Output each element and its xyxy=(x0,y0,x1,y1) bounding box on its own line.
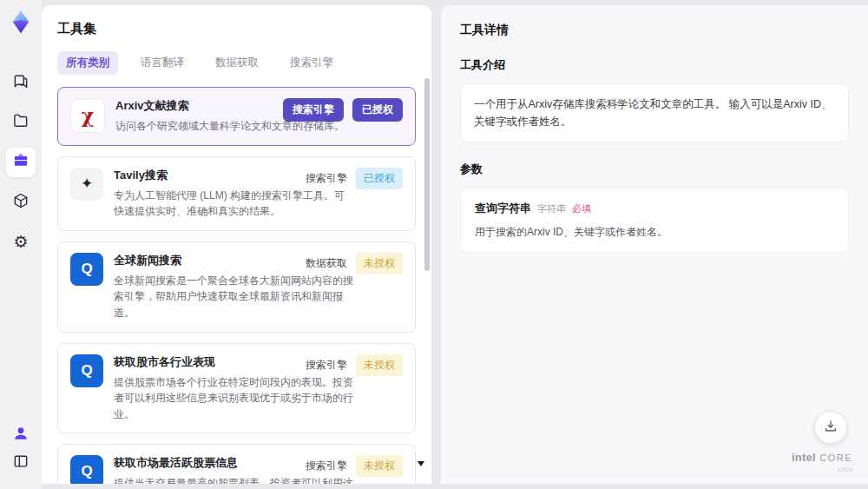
param-type: 字符串 xyxy=(537,202,566,215)
auth-status-badge: 已授权 xyxy=(352,98,403,122)
tavily-icon: ✦ xyxy=(70,168,103,201)
tool-badges: 搜索引擎未授权 xyxy=(306,354,403,376)
tool-badges: 搜索引擎未授权 xyxy=(306,455,403,477)
details-panel: 工具详情 工具介绍 一个用于从Arxiv存储库搜索科学论文和文章的工具。 输入可… xyxy=(441,5,868,484)
sidebar: ⚙ xyxy=(0,0,42,489)
brand-secondary: CORE xyxy=(819,453,852,463)
category-tab-2[interactable]: 数据获取 xyxy=(207,51,267,75)
sidebar-nav: ⚙ xyxy=(6,68,36,257)
auth-status-badge: 未授权 xyxy=(356,253,403,274)
arxiv-icon: χ xyxy=(70,98,105,133)
scrollbar-thumb[interactable] xyxy=(424,78,430,271)
sidebar-bottom xyxy=(9,423,33,489)
category-tab-0[interactable]: 所有类别 xyxy=(57,51,118,75)
tool-description: 提供股票市场各个行业在特定时间段内的表现。投资者可以利用这些信息来识别表现优于或… xyxy=(114,374,353,423)
tool-badges: 搜索引擎已授权 xyxy=(283,98,403,122)
scrollbar[interactable] xyxy=(424,78,430,478)
tool-badges: 搜索引擎已授权 xyxy=(306,168,403,189)
sidebar-item-collapse[interactable] xyxy=(9,451,33,475)
sidebar-item-files[interactable] xyxy=(6,108,36,137)
tool-card-list: χArxiv文献搜索访问各个研究领域大量科学论文和文章的存储库。搜索引擎已授权✦… xyxy=(57,87,416,484)
tool-description: 专为人工智能代理 (LLM) 构建的搜索引擎工具。可快速提供实时、准确和真实的结… xyxy=(114,188,353,220)
param-head: 查询字符串字符串必填 xyxy=(475,201,834,216)
tool-badges: 数据获取未授权 xyxy=(306,253,403,274)
category-badge: 搜索引擎 xyxy=(306,171,347,186)
category-tab-1[interactable]: 语言翻译 xyxy=(132,51,193,75)
sidebar-item-tools[interactable] xyxy=(6,148,36,177)
brand-primary: intel xyxy=(792,451,816,464)
params-heading: 参数 xyxy=(460,162,849,177)
sidebar-item-chat[interactable] xyxy=(6,68,36,97)
category-badge: 搜索引擎 xyxy=(306,358,347,373)
tool-card[interactable]: Q全球新闻搜索全球新闻搜索是一个聚合全球各大新闻网站内容的搜索引擎，帮助用户快速… xyxy=(57,241,416,333)
intro-heading: 工具介绍 xyxy=(460,57,849,73)
sidebar-item-settings[interactable]: ⚙ xyxy=(6,228,36,257)
param-item: 查询字符串字符串必填用于搜索的Arxiv ID、关键字或作者姓名。 xyxy=(475,201,834,240)
details-panel-title: 工具详情 xyxy=(460,23,849,38)
qblue-icon: Q xyxy=(70,354,103,387)
folder-icon xyxy=(12,112,30,133)
download-icon xyxy=(823,419,838,437)
sidebar-item-models[interactable] xyxy=(6,188,36,217)
panel-icon xyxy=(12,453,30,473)
category-badge: 搜索引擎 xyxy=(306,459,347,473)
param-required-badge: 必填 xyxy=(572,202,591,215)
sidebar-item-profile[interactable] xyxy=(9,423,33,447)
auth-status-badge: 未授权 xyxy=(356,354,403,376)
intel-core-logo: intel CORE Ultra xyxy=(792,449,852,473)
category-badge: 数据获取 xyxy=(306,256,347,271)
params-card: 查询字符串字符串必填用于搜索的Arxiv ID、关键字或作者姓名。 xyxy=(460,188,849,253)
content-area: 工具集 所有类别语言翻译数据获取搜索引擎 χArxiv文献搜索访问各个研究领域大… xyxy=(42,0,868,484)
tool-card[interactable]: χArxiv文献搜索访问各个研究领域大量科学论文和文章的存储库。搜索引擎已授权 xyxy=(57,87,416,146)
briefcase-icon xyxy=(12,152,30,173)
param-name: 查询字符串 xyxy=(475,201,531,216)
category-tabs: 所有类别语言翻译数据获取搜索引擎 xyxy=(57,51,416,75)
brand-sub: Ultra xyxy=(792,466,852,473)
tool-card[interactable]: Q获取股市各行业表现提供股票市场各个行业在特定时间段内的表现。投资者可以利用这些… xyxy=(57,343,416,434)
tool-card[interactable]: Q获取市场最活跃股票信息提供当天交易量最高的股票列表。投资者可以利用这些信息来识… xyxy=(57,444,416,484)
cube-icon xyxy=(12,192,30,213)
category-badge: 搜索引擎 xyxy=(283,98,344,122)
category-tab-3[interactable]: 搜索引擎 xyxy=(281,51,342,75)
auth-status-badge: 已授权 xyxy=(356,168,403,189)
download-button[interactable] xyxy=(814,411,847,444)
scroll-down-arrow-icon[interactable] xyxy=(418,461,424,466)
gear-icon: ⚙ xyxy=(13,234,28,251)
tool-intro-text: 一个用于从Arxiv存储库搜索科学论文和文章的工具。 输入可以是Arxiv ID… xyxy=(460,83,849,142)
tool-description: 全球新闻搜索是一个聚合全球各大新闻网站内容的搜索引擎，帮助用户快速获取全球最新资… xyxy=(114,273,353,321)
param-description: 用于搜索的Arxiv ID、关键字或作者姓名。 xyxy=(475,224,834,240)
app-logo-icon xyxy=(6,7,36,36)
tools-panel-title: 工具集 xyxy=(57,21,416,37)
app-root: ⚙ 工具集 所有类别语言翻译数据获取搜索引擎 χArxiv文献搜索访问各个研究领… xyxy=(0,0,868,489)
tool-card[interactable]: ✦Tavily搜索专为人工智能代理 (LLM) 构建的搜索引擎工具。可快速提供实… xyxy=(57,156,416,231)
user-icon xyxy=(12,425,30,446)
qblue-icon: Q xyxy=(70,253,103,286)
auth-status-badge: 未授权 xyxy=(356,455,403,477)
tools-panel: 工具集 所有类别语言翻译数据获取搜索引擎 χArxiv文献搜索访问各个研究领域大… xyxy=(42,5,431,484)
chat-icon xyxy=(12,72,30,93)
qblue-icon: Q xyxy=(70,455,103,484)
